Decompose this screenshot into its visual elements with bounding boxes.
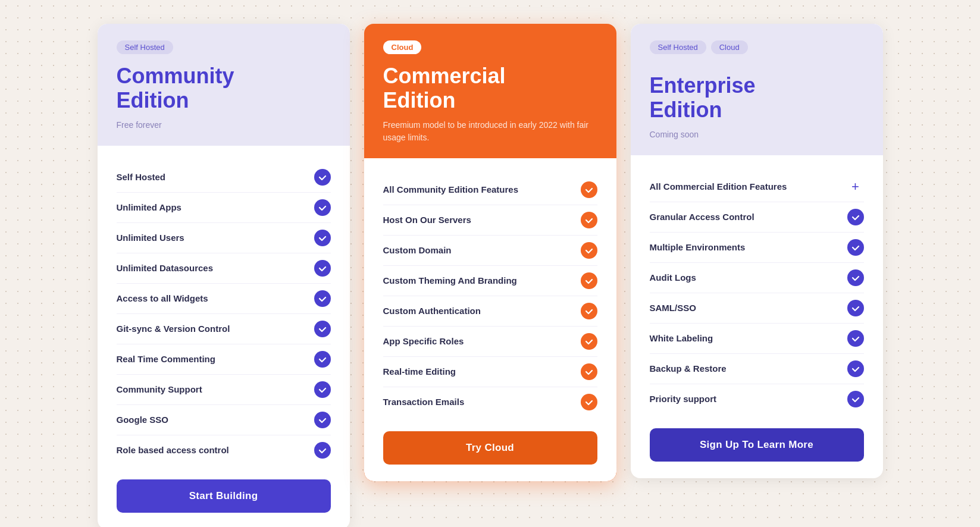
list-item: Custom Domain [383,236,597,266]
list-item: App Specific Roles [383,327,597,357]
check-icon [581,363,597,380]
check-icon [314,290,331,307]
enterprise-card: Self Hosted Cloud EnterpriseEdition Comi… [631,24,883,478]
community-header: Self Hosted CommunityEdition Free foreve… [98,24,350,146]
check-icon [581,333,597,350]
community-title: CommunityEdition [117,64,331,113]
list-item: Real Time Commenting [117,344,331,375]
check-icon [314,321,331,337]
check-icon [581,242,597,259]
check-icon [314,381,331,398]
commercial-header: Cloud CommercialEdition Freemium model t… [364,24,616,158]
check-icon [314,412,331,428]
list-item: All Commercial Edition Features + [650,172,864,202]
enterprise-subtitle: Coming soon [650,128,864,141]
check-icon [847,209,864,225]
check-icon [314,199,331,216]
check-icon [847,300,864,316]
list-item: White Labeling [650,324,864,354]
pricing-container: Self Hosted CommunityEdition Free foreve… [74,0,907,527]
list-item: Access to all Widgets [117,284,331,314]
commercial-title: CommercialEdition [383,64,597,113]
check-icon [581,181,597,198]
check-icon [847,391,864,407]
list-item: Audit Logs [650,263,864,293]
list-item: Host On Our Servers [383,205,597,236]
check-icon [847,330,864,347]
check-icon [314,169,331,186]
try-cloud-button[interactable]: Try Cloud [383,431,597,465]
check-icon [314,351,331,368]
commercial-body: All Community Edition Features Host On O… [364,158,616,481]
commercial-subtitle: Freemium model to be introduced in early… [383,119,597,144]
list-item: Priority support [650,384,864,414]
sign-up-button[interactable]: Sign Up To Learn More [650,428,864,462]
list-item: Google SSO [117,405,331,435]
list-item: Custom Authentication [383,296,597,327]
commercial-badge: Cloud [383,40,422,54]
enterprise-badges: Self Hosted Cloud [650,40,864,64]
list-item: Transaction Emails [383,387,597,417]
list-item: Unlimited Apps [117,193,331,223]
community-card: Self Hosted CommunityEdition Free foreve… [98,24,350,527]
list-item: Custom Theming And Branding [383,266,597,296]
list-item: Multiple Environments [650,233,864,263]
enterprise-body: All Commercial Edition Features + Granul… [631,155,883,478]
community-subtitle: Free forever [117,119,331,131]
check-icon [581,272,597,289]
check-icon [581,394,597,410]
community-body: Self Hosted Unlimited Apps Unlimited Use… [98,146,350,527]
list-item: Community Support [117,375,331,405]
community-feature-list: Self Hosted Unlimited Apps Unlimited Use… [117,162,331,465]
start-building-button[interactable]: Start Building [117,479,331,513]
list-item: Real-time Editing [383,357,597,387]
check-icon [847,269,864,286]
list-item: Granular Access Control [650,202,864,233]
community-badge: Self Hosted [117,40,173,54]
check-icon [314,260,331,277]
plus-icon: + [847,178,864,195]
enterprise-badge-cloud: Cloud [711,40,748,54]
commercial-card: Cloud CommercialEdition Freemium model t… [364,24,616,481]
list-item: Self Hosted [117,162,331,193]
enterprise-title: EnterpriseEdition [650,73,864,123]
list-item: All Community Edition Features [383,175,597,205]
enterprise-feature-list: All Commercial Edition Features + Granul… [650,172,864,414]
enterprise-header: Self Hosted Cloud EnterpriseEdition Comi… [631,24,883,155]
check-icon [847,239,864,256]
list-item: Role based access control [117,435,331,465]
check-icon [314,230,331,246]
check-icon [847,360,864,377]
check-icon [581,212,597,228]
list-item: Git-sync & Version Control [117,314,331,344]
list-item: SAML/SSO [650,293,864,324]
list-item: Unlimited Datasources [117,253,331,284]
list-item: Backup & Restore [650,354,864,384]
enterprise-badge-self-hosted: Self Hosted [650,40,706,54]
commercial-feature-list: All Community Edition Features Host On O… [383,175,597,417]
list-item: Unlimited Users [117,223,331,253]
check-icon [314,442,331,459]
check-icon [581,303,597,319]
